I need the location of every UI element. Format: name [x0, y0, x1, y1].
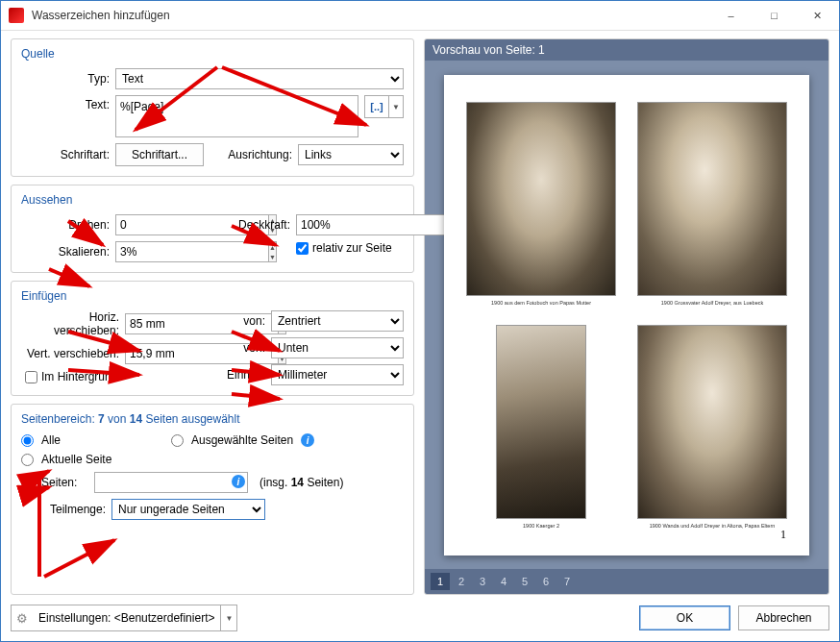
page-tab[interactable]: 5 — [515, 573, 534, 590]
radio-selected[interactable] — [171, 434, 184, 447]
font-label: Schriftart: — [21, 148, 110, 161]
radio-all[interactable] — [21, 434, 34, 447]
radio-current-label[interactable]: Aktuelle Seite — [21, 453, 111, 466]
page-tab[interactable]: 1 — [431, 573, 450, 590]
relative-checkbox[interactable] — [296, 242, 309, 255]
preview-photo — [637, 325, 787, 519]
subset-select[interactable]: Nur ungerade Seiten — [111, 499, 265, 520]
page-tab[interactable]: 3 — [473, 573, 492, 590]
page-tab[interactable]: 7 — [557, 573, 577, 590]
radio-selected-label[interactable]: Ausgewählte Seiten i — [171, 433, 314, 447]
placement-title: Einfügen — [21, 289, 404, 303]
chevron-down-icon: ▼ — [220, 605, 236, 630]
radio-all-label[interactable]: Alle — [21, 433, 165, 447]
hshift-label: Horiz. verschieben: — [21, 310, 119, 337]
preview-title: Vorschau von Seite: 1 — [425, 39, 828, 61]
app-icon — [9, 8, 24, 23]
ok-button[interactable]: OK — [639, 605, 730, 630]
preview-panel: Vorschau von Seite: 1 1900 aus dem Fotob… — [424, 38, 829, 595]
dialog-window: Wasserzeichen hinzufügen – □ ✕ Quelle Ty… — [0, 0, 840, 642]
gear-icon: ⚙ — [12, 611, 33, 626]
rotate-label: Drehen: — [21, 218, 110, 232]
preview-page: 1900 aus dem Fotobuch von Papas Mutter 1… — [444, 75, 809, 556]
window-title: Wasserzeichen hinzufügen — [32, 9, 709, 22]
align-select[interactable]: Links — [298, 144, 404, 165]
page-tab[interactable]: 2 — [452, 573, 471, 590]
page-tab[interactable]: 6 — [536, 573, 556, 590]
total-pages: (insg. 14 Seiten) — [259, 476, 343, 489]
page-range-title: Seitenbereich: 7 von 14 Seiten ausgewähl… — [21, 412, 404, 426]
hfrom-label: von: — [219, 314, 265, 328]
preview-photo — [496, 325, 586, 519]
align-label: Ausrichtung: — [228, 148, 292, 161]
close-button[interactable]: ✕ — [796, 1, 839, 30]
vfrom-label: von: — [219, 341, 265, 355]
subset-label: Teilmenge: — [44, 503, 106, 516]
watermark-text-input[interactable] — [115, 95, 358, 137]
relative-checkbox-label[interactable]: relativ zur Seite — [296, 241, 392, 255]
type-label: Typ: — [21, 72, 110, 86]
preview-photo — [637, 102, 787, 296]
titlebar: Wasserzeichen hinzufügen – □ ✕ — [1, 1, 839, 31]
source-panel: Quelle Typ: Text Text: [..] ▼ — [11, 38, 414, 177]
appearance-title: Aussehen — [21, 193, 404, 207]
preview-page-tabs: 1 2 3 4 5 6 7 — [425, 569, 828, 594]
vshift-label: Vert. verschieben: — [21, 347, 119, 360]
preview-area: 1900 aus dem Fotobuch von Papas Mutter 1… — [425, 61, 828, 569]
radio-range[interactable] — [21, 477, 34, 489]
insert-macro-dropdown[interactable]: ▼ — [389, 95, 404, 118]
dialog-footer: ⚙ Einstellungen: <Benutzerdefiniert> ▼ O… — [11, 605, 829, 631]
hfrom-select[interactable]: Zentriert — [271, 310, 404, 332]
text-label: Text: — [21, 95, 110, 111]
page-number-watermark: 1 — [780, 528, 786, 542]
page-range-panel: Seitenbereich: 7 von 14 Seiten ausgewähl… — [11, 404, 414, 595]
minimize-button[interactable]: – — [709, 1, 753, 30]
scale-label: Skalieren: — [21, 245, 110, 259]
appearance-panel: Aussehen Drehen: ▲▼ Skaliere — [11, 185, 414, 273]
background-checkbox-label[interactable]: Im Hintergrund — [25, 370, 117, 383]
info-icon[interactable]: i — [301, 433, 314, 447]
maximize-button[interactable]: □ — [753, 1, 796, 30]
vfrom-select[interactable]: Unten — [271, 337, 404, 358]
info-icon[interactable]: i — [232, 475, 245, 488]
source-title: Quelle — [21, 47, 404, 61]
opacity-label: Deckkraft: — [231, 218, 290, 232]
unit-label: Einheit: — [219, 368, 265, 382]
page-range-input[interactable] — [94, 472, 248, 493]
radio-current[interactable] — [21, 454, 34, 466]
placement-panel: Einfügen Horiz. verschieben: ▲▼ — [11, 281, 414, 396]
preview-photo — [466, 102, 616, 296]
radio-range-label[interactable]: Seiten: — [21, 476, 88, 489]
insert-macro-button[interactable]: [..] — [364, 95, 389, 118]
font-button[interactable]: Schriftart... — [115, 143, 204, 166]
unit-select[interactable]: Millimeter — [271, 364, 404, 385]
type-select[interactable]: Text — [115, 68, 404, 89]
opacity-input[interactable] — [296, 214, 449, 235]
settings-dropdown[interactable]: ⚙ Einstellungen: <Benutzerdefiniert> ▼ — [11, 605, 237, 631]
page-tab[interactable]: 4 — [494, 573, 513, 590]
background-checkbox[interactable] — [25, 371, 37, 383]
cancel-button[interactable]: Abbrechen — [738, 605, 829, 630]
